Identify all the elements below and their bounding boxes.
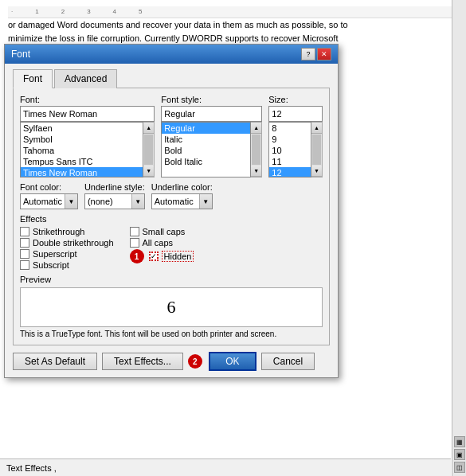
- all-caps-checkbox[interactable]: [130, 238, 139, 248]
- scroll-up-btn[interactable]: ▲: [251, 123, 261, 134]
- set-default-button[interactable]: Set As Default: [13, 353, 97, 370]
- list-item[interactable]: Tempus Sans ITC: [21, 156, 143, 167]
- badge-1: 1: [130, 249, 144, 263]
- underline-color-dropdown[interactable]: Automatic ▼: [151, 193, 213, 209]
- effects-right-col: Small caps All caps 1 Hidden: [130, 227, 194, 270]
- effects-left-col: Strikethrough Double strikethrough Super…: [20, 227, 114, 270]
- list-item[interactable]: 8: [269, 123, 311, 134]
- style-input[interactable]: [161, 106, 262, 122]
- underline-dropdown[interactable]: (none) ▼: [84, 193, 145, 209]
- color-arrow[interactable]: ▼: [65, 194, 77, 209]
- list-item-selected[interactable]: 12: [269, 167, 311, 178]
- cancel-button[interactable]: Cancel: [261, 353, 315, 370]
- underline-color-arrow[interactable]: ▼: [199, 194, 212, 209]
- text-effects-button[interactable]: Text Effects...: [102, 353, 183, 370]
- subscript-checkbox[interactable]: [20, 260, 29, 270]
- preview-box: 6: [20, 287, 323, 327]
- list-item-selected[interactable]: Regular: [162, 123, 250, 134]
- underline-color-col: Underline color: Automatic ▼: [151, 182, 213, 209]
- badge-2: 2: [188, 354, 202, 369]
- list-item[interactable]: Bold Italic: [162, 156, 250, 167]
- size-list[interactable]: 8 9 10 11 12: [268, 122, 311, 178]
- list-item[interactable]: Symbol: [21, 134, 143, 145]
- scroll-thumb[interactable]: [252, 135, 260, 165]
- style-list[interactable]: Regular Italic Bold Bold Italic: [161, 122, 251, 178]
- sidebar-icon-3[interactable]: ◫: [454, 462, 465, 473]
- scroll-thumb[interactable]: [144, 135, 153, 165]
- tab-bar: Font Advanced: [13, 68, 330, 88]
- list-item[interactable]: Italic: [162, 134, 250, 145]
- double-strikethrough-checkbox[interactable]: [20, 238, 29, 248]
- underline-col: Underline style: (none) ▼: [84, 182, 145, 209]
- subscript-row: Subscript: [20, 260, 114, 270]
- underline-color-label: Underline color:: [151, 182, 213, 192]
- tab-font-content: Font: Sylfaen Symbol Tahoma Tempus Sans …: [13, 88, 330, 345]
- all-caps-label: All caps: [143, 238, 174, 248]
- style-scrollbar[interactable]: ▲ ▼: [251, 122, 262, 178]
- status-bar: Text Effects ,: [0, 458, 451, 476]
- size-col: Size: 8 9 10 11 12 ▲ ▼: [268, 95, 323, 178]
- text-effects-label: Text Effects...: [114, 356, 171, 367]
- superscript-row: Superscript: [20, 249, 114, 259]
- size-input[interactable]: [268, 106, 323, 122]
- font-input[interactable]: [20, 106, 155, 122]
- color-dropdown[interactable]: Automatic ▼: [20, 193, 78, 209]
- effects-grid: Strikethrough Double strikethrough Super…: [20, 227, 323, 270]
- scroll-up-btn[interactable]: ▲: [311, 123, 322, 134]
- sidebar-icons: ▦ ▣ ◫: [452, 0, 466, 476]
- underline-arrow[interactable]: ▼: [131, 194, 144, 209]
- effects-label: Effects: [20, 214, 323, 224]
- list-item[interactable]: Sylfaen: [21, 123, 143, 134]
- small-caps-label: Small caps: [143, 227, 186, 236]
- list-item[interactable]: 11: [269, 156, 311, 167]
- dialog-titlebar: Font ? ✕: [5, 45, 338, 64]
- scroll-down-btn[interactable]: ▼: [311, 166, 322, 177]
- preview-section: Preview 6 This is a TrueType font. This …: [20, 275, 323, 338]
- underline-label: Underline style:: [84, 182, 145, 192]
- status-text: Text Effects ,: [6, 463, 57, 473]
- underline-color-value: Automatic: [152, 196, 199, 207]
- scroll-up-btn[interactable]: ▲: [143, 123, 154, 134]
- list-item[interactable]: 9: [269, 134, 311, 145]
- size-label: Size:: [268, 95, 323, 104]
- preview-note: This is a TrueType font. This font will …: [20, 330, 323, 338]
- underline-value: (none): [85, 196, 131, 207]
- hidden-row: 1 Hidden: [130, 249, 194, 263]
- strikethrough-label: Strikethrough: [33, 227, 84, 236]
- font-label: Font:: [20, 95, 155, 104]
- style-list-container: Regular Italic Bold Bold Italic ▲ ▼: [161, 122, 262, 178]
- scroll-down-btn[interactable]: ▼: [251, 166, 261, 177]
- style-col: Font style: Regular Italic Bold Bold Ita…: [161, 95, 262, 178]
- tab-font[interactable]: Font: [13, 69, 53, 88]
- superscript-checkbox[interactable]: [20, 249, 29, 259]
- strikethrough-checkbox[interactable]: [20, 227, 29, 236]
- font-scrollbar[interactable]: ▲ ▼: [143, 122, 155, 178]
- sidebar-icon-1[interactable]: ▦: [454, 436, 465, 447]
- sidebar-icon-2[interactable]: ▣: [454, 449, 465, 460]
- list-item[interactable]: Bold: [162, 145, 250, 156]
- style-label: Font style:: [161, 95, 262, 104]
- dialog-title: Font: [11, 49, 30, 60]
- help-button[interactable]: ?: [301, 48, 315, 60]
- scroll-down-btn[interactable]: ▼: [143, 166, 154, 177]
- close-button[interactable]: ✕: [317, 48, 331, 60]
- ruler: · 1 2 3 4 5: [8, 6, 458, 18]
- tab-advanced[interactable]: Advanced: [54, 69, 117, 88]
- list-item[interactable]: Tahoma: [21, 145, 143, 156]
- color-underline-row: Font color: Automatic ▼ Underline style:…: [20, 182, 323, 209]
- font-list[interactable]: Sylfaen Symbol Tahoma Tempus Sans ITC Ti…: [20, 122, 143, 178]
- color-label: Font color:: [20, 182, 78, 192]
- effects-section: Effects Strikethrough Double strikethrou…: [20, 214, 323, 270]
- list-item[interactable]: 10: [269, 145, 311, 156]
- scroll-thumb[interactable]: [312, 135, 321, 165]
- ok-button[interactable]: OK: [209, 352, 256, 371]
- double-strikethrough-row: Double strikethrough: [20, 238, 114, 248]
- double-strikethrough-label: Double strikethrough: [33, 238, 114, 248]
- small-caps-checkbox[interactable]: [130, 227, 139, 236]
- all-caps-row: All caps: [130, 238, 194, 248]
- color-value: Automatic: [21, 196, 65, 207]
- size-scrollbar[interactable]: ▲ ▼: [311, 122, 323, 178]
- list-item-selected[interactable]: Times New Roman: [21, 167, 143, 178]
- hidden-checkbox[interactable]: [149, 252, 159, 261]
- font-dialog: Font ? ✕ Font Advanced Font: Sylfaen: [4, 44, 339, 378]
